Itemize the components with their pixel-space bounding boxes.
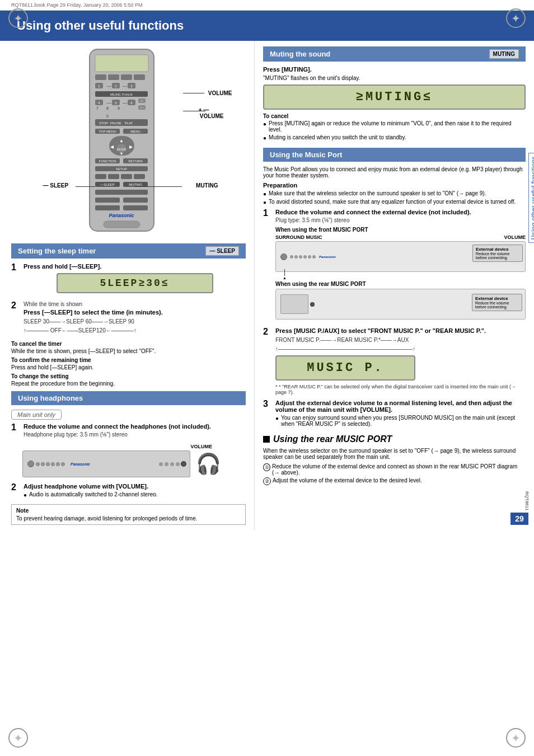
rear-music-header-text: Using the rear MUSIC PORT	[273, 434, 392, 444]
sleep-step2: 2 While the time is shown Press [—SLEEP]…	[11, 301, 246, 336]
music-display: MUSIC P.	[275, 355, 415, 381]
section-square	[263, 436, 270, 443]
muting-cancel-bullet1: ● Press [MUTING] again or reduce the vol…	[263, 120, 526, 133]
volume-above-label: VOLUME	[22, 444, 246, 449]
prep-bullet1: ● Make sure that the wireless selector o…	[263, 190, 526, 197]
unit-dot-4	[51, 462, 55, 466]
volume-label-port: VOLUME	[504, 234, 526, 240]
music-step2: 2 Press [MUSIC P./AUX] to select "FRONT …	[263, 327, 526, 395]
change-setting-text: Repeat the procedure from the beginning.	[11, 381, 246, 387]
surr-vol-row: SURROUND MUSIC VOLUME	[275, 234, 526, 240]
svg-rect-53	[95, 174, 106, 179]
svg-text:RETURN: RETURN	[128, 159, 142, 163]
remote-svg: 1 — 2 — 3 MUSIC P./AUX 4 — 5 — 6	[76, 46, 168, 237]
headphones-step1-sub: Headphone plug type: 3.5 mm (⅛") stereo	[24, 431, 246, 438]
headphones-step1-title: Reduce the volume and connect the headph…	[24, 423, 246, 430]
change-setting-section: To change the setting Repeat the procedu…	[11, 373, 246, 387]
right-column: Using other useful functions Muting the …	[255, 41, 534, 530]
music-step3: 3 Adjust the external device volume to a…	[263, 400, 526, 429]
volume-line	[183, 111, 205, 111]
sleep-step2-content: While the time is shown Press [—SLEEP] t…	[24, 301, 246, 336]
rear-port-unit: External device Reduce the volume before…	[275, 289, 526, 320]
svg-text:8: 8	[106, 106, 109, 110]
change-setting-title: To change the setting	[11, 373, 246, 379]
rear-music-port-section: Using the rear MUSIC PORT When the wirel…	[263, 434, 526, 485]
headphone-diagram-area: VOLUME Panason	[22, 444, 246, 477]
fp-dot-2	[294, 255, 298, 259]
front-port-title: When using the front MUSIC PORT	[275, 227, 526, 233]
cancel-timer-text: While the time is shown, press [—SLEEP] …	[11, 348, 246, 354]
music-step3-bullet-text: You can enjoy surround sound when you pr…	[281, 415, 526, 427]
music-port-header: Using the Music Port	[263, 148, 526, 162]
headphones-step2: 2 Adjust headphone volume with [VOLUME].…	[11, 483, 246, 500]
music-step2-content: Press [MUSIC P./AUX] to select "FRONT MU…	[275, 327, 526, 395]
muting-display: ≥MUTING≤	[263, 84, 526, 110]
rear-external-device-label: External device	[475, 296, 519, 301]
rqt-code: RQT8611	[524, 491, 530, 511]
svg-text:—: —	[123, 83, 127, 88]
headphones-step2-title: Adjust headphone volume with [VOLUME].	[24, 483, 246, 490]
port-arrow: ▲	[283, 269, 287, 280]
prep-bullet-dot-2: ●	[263, 199, 266, 205]
prep-bullet2: ● To avoid distorted sound, make sure th…	[263, 199, 526, 205]
svg-text:—: —	[123, 100, 127, 105]
file-info-text: RQT8611.book Page 29 Friday, January 20,…	[11, 2, 142, 8]
unit-button-left	[27, 461, 65, 467]
svg-text:Panasonic: Panasonic	[109, 213, 134, 218]
svg-text:TOP MENU: TOP MENU	[99, 130, 116, 133]
muting-section-header: Muting the sound MUTING	[263, 46, 526, 62]
bullet-dot-step3: ●	[275, 415, 279, 421]
svg-rect-62	[95, 198, 120, 203]
prep-text2: To avoid distorted sound, make sure that…	[269, 199, 516, 205]
music-paux-line	[183, 93, 204, 93]
music-step1-title: Reduce the volume and connect the extern…	[275, 209, 526, 215]
circle-num-1: ①	[263, 463, 270, 471]
music-step1: 1 Reduce the volume and connect the exte…	[263, 209, 526, 323]
prep-bullet-dot-1: ●	[263, 191, 266, 197]
unit-dot-3	[46, 462, 50, 466]
fp-dot-3	[299, 255, 302, 259]
sleep-chain1: SLEEP 30——→SLEEP 60——→SLEEP 90	[24, 318, 246, 325]
main-unit-text: Main unit only	[17, 411, 55, 418]
remote-illustration: 1 — 2 — 3 MUSIC P./AUX 4 — 5 — 6	[76, 46, 182, 238]
sleep-step1-num: 1	[11, 263, 20, 272]
unit-circles	[36, 462, 65, 466]
svg-rect-5	[134, 74, 145, 80]
bullet-dot-1: ●	[263, 121, 266, 127]
svg-rect-63	[123, 198, 148, 203]
svg-text:PAUSE: PAUSE	[110, 121, 121, 125]
svg-text:▶: ▶	[129, 144, 133, 149]
page-header: Using other useful functions	[0, 11, 534, 41]
bullet-dot-2: ●	[263, 135, 266, 141]
music-step3-bullet: ● You can enjoy surround sound when you …	[275, 415, 526, 427]
external-device-box: External device Reduce the volume before…	[472, 245, 523, 262]
svg-text:SETUP: SETUP	[115, 167, 127, 171]
bullet-dot: ●	[24, 492, 27, 498]
main-unit-badge: Main unit only	[11, 410, 62, 420]
rear-external-device-sub: Reduce the volume before connecting.	[475, 301, 519, 309]
cancel-timer-title: To cancel the timer	[11, 341, 246, 347]
port-arrow-line	[284, 269, 285, 276]
music-step1-sub: Plug type: 3.5 mm (⅛") stereo	[275, 217, 526, 223]
svg-rect-2	[95, 74, 106, 80]
unit-right-dot-1	[159, 462, 163, 466]
headphones-step2-bullet-text: Audio is automatically switched to 2-cha…	[29, 491, 158, 497]
fp-dots	[290, 255, 316, 259]
svg-rect-55	[121, 174, 132, 179]
svg-text:—: —	[140, 106, 143, 109]
unit-diagram: Panasonic 🎧	[22, 450, 246, 477]
muting-header-text: Muting the sound	[270, 50, 330, 58]
fp-dot-1	[290, 255, 293, 259]
svg-rect-64	[95, 205, 120, 210]
rear-music-intro: When the wireless selector on the surrou…	[263, 448, 526, 460]
svg-text:ENTER: ENTER	[116, 148, 126, 151]
sleep-step2-num: 2	[11, 301, 20, 310]
sleep-step1-content: Press and hold [—SLEEP]. 5LEEP≥30≤	[24, 263, 246, 297]
headphones-step1-num: 1	[11, 423, 20, 432]
corner-decoration-bl: ✦	[8, 728, 28, 748]
svg-text:7: 7	[96, 106, 99, 110]
svg-text:◀: ◀	[110, 144, 114, 149]
svg-text:PLAY: PLAY	[124, 121, 133, 125]
headphones-section-header: Using headphones	[11, 391, 246, 405]
circle-num-2: ②	[263, 477, 271, 485]
